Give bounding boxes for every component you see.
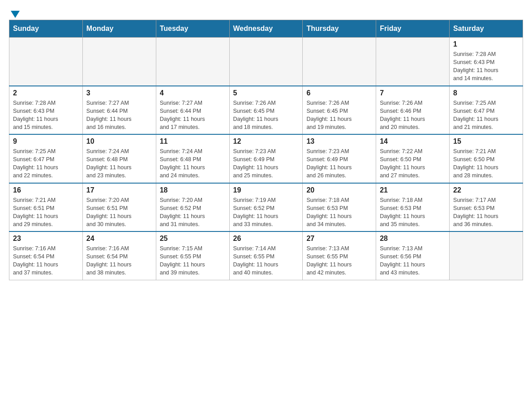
day-info: Sunrise: 7:26 AM Sunset: 6:46 PM Dayligh… (380, 99, 446, 132)
calendar-day-cell: 18Sunrise: 7:20 AM Sunset: 6:52 PM Dayli… (156, 183, 229, 232)
calendar-day-cell: 5Sunrise: 7:26 AM Sunset: 6:45 PM Daylig… (229, 86, 303, 135)
calendar-day-cell: 7Sunrise: 7:26 AM Sunset: 6:46 PM Daylig… (376, 86, 450, 135)
day-info: Sunrise: 7:24 AM Sunset: 6:48 PM Dayligh… (86, 147, 152, 180)
day-info: Sunrise: 7:23 AM Sunset: 6:49 PM Dayligh… (306, 147, 372, 180)
calendar-day-cell: 3Sunrise: 7:27 AM Sunset: 6:44 PM Daylig… (82, 86, 156, 135)
day-number: 7 (380, 89, 446, 97)
day-number: 26 (233, 235, 299, 243)
calendar-day-cell: 2Sunrise: 7:28 AM Sunset: 6:43 PM Daylig… (9, 86, 83, 135)
day-info: Sunrise: 7:17 AM Sunset: 6:53 PM Dayligh… (453, 196, 519, 229)
calendar-day-cell: 17Sunrise: 7:20 AM Sunset: 6:51 PM Dayli… (82, 183, 156, 232)
column-header-monday: Monday (82, 20, 156, 38)
calendar-day-cell (82, 38, 156, 86)
day-info: Sunrise: 7:23 AM Sunset: 6:49 PM Dayligh… (233, 147, 299, 180)
day-number: 3 (86, 89, 152, 97)
day-number: 5 (233, 89, 299, 97)
calendar-day-cell (156, 38, 229, 86)
day-number: 24 (86, 235, 152, 243)
day-info: Sunrise: 7:13 AM Sunset: 6:55 PM Dayligh… (306, 244, 372, 277)
day-info: Sunrise: 7:21 AM Sunset: 6:51 PM Dayligh… (13, 196, 79, 229)
column-header-friday: Friday (376, 20, 450, 38)
day-number: 23 (13, 235, 79, 243)
day-info: Sunrise: 7:15 AM Sunset: 6:55 PM Dayligh… (160, 244, 226, 277)
day-number: 13 (306, 137, 372, 146)
day-info: Sunrise: 7:18 AM Sunset: 6:53 PM Dayligh… (380, 196, 446, 229)
day-number: 9 (13, 137, 79, 146)
calendar-day-cell: 27Sunrise: 7:13 AM Sunset: 6:55 PM Dayli… (303, 231, 376, 280)
day-number: 21 (380, 186, 446, 194)
day-number: 18 (160, 186, 226, 194)
page-header (9, 9, 523, 15)
calendar-day-cell: 19Sunrise: 7:19 AM Sunset: 6:52 PM Dayli… (229, 183, 303, 232)
day-info: Sunrise: 7:20 AM Sunset: 6:52 PM Dayligh… (160, 196, 226, 229)
day-info: Sunrise: 7:26 AM Sunset: 6:45 PM Dayligh… (233, 99, 299, 132)
calendar-day-cell (303, 38, 376, 86)
calendar-week-row: 1Sunrise: 7:28 AM Sunset: 6:43 PM Daylig… (9, 38, 523, 86)
column-header-tuesday: Tuesday (156, 20, 229, 38)
calendar-day-cell: 20Sunrise: 7:18 AM Sunset: 6:53 PM Dayli… (303, 183, 376, 232)
day-info: Sunrise: 7:18 AM Sunset: 6:53 PM Dayligh… (306, 196, 372, 229)
column-header-wednesday: Wednesday (229, 20, 303, 38)
day-number: 25 (160, 235, 226, 243)
day-info: Sunrise: 7:26 AM Sunset: 6:45 PM Dayligh… (306, 99, 372, 132)
calendar-day-cell: 24Sunrise: 7:16 AM Sunset: 6:54 PM Dayli… (82, 231, 156, 280)
calendar-day-cell: 28Sunrise: 7:13 AM Sunset: 6:56 PM Dayli… (376, 231, 450, 280)
day-info: Sunrise: 7:28 AM Sunset: 6:43 PM Dayligh… (453, 50, 519, 83)
logo (9, 9, 20, 15)
day-number: 12 (233, 137, 299, 146)
calendar-day-cell: 13Sunrise: 7:23 AM Sunset: 6:49 PM Dayli… (303, 134, 376, 183)
day-info: Sunrise: 7:21 AM Sunset: 6:50 PM Dayligh… (453, 147, 519, 180)
calendar-day-cell (450, 231, 523, 280)
day-number: 10 (86, 137, 152, 146)
day-number: 11 (160, 137, 226, 146)
calendar-week-row: 16Sunrise: 7:21 AM Sunset: 6:51 PM Dayli… (9, 183, 523, 232)
calendar-day-cell: 1Sunrise: 7:28 AM Sunset: 6:43 PM Daylig… (450, 38, 523, 86)
column-header-thursday: Thursday (303, 20, 376, 38)
calendar-day-cell: 21Sunrise: 7:18 AM Sunset: 6:53 PM Dayli… (376, 183, 450, 232)
calendar-week-row: 2Sunrise: 7:28 AM Sunset: 6:43 PM Daylig… (9, 86, 523, 135)
logo-general-text (9, 9, 20, 18)
day-info: Sunrise: 7:24 AM Sunset: 6:48 PM Dayligh… (160, 147, 226, 180)
calendar-day-cell: 16Sunrise: 7:21 AM Sunset: 6:51 PM Dayli… (9, 183, 83, 232)
calendar-day-cell: 8Sunrise: 7:25 AM Sunset: 6:47 PM Daylig… (450, 86, 523, 135)
day-info: Sunrise: 7:28 AM Sunset: 6:43 PM Dayligh… (13, 99, 79, 132)
calendar-week-row: 9Sunrise: 7:25 AM Sunset: 6:47 PM Daylig… (9, 134, 523, 183)
calendar-table: SundayMondayTuesdayWednesdayThursdayFrid… (9, 20, 523, 280)
calendar-day-cell: 22Sunrise: 7:17 AM Sunset: 6:53 PM Dayli… (450, 183, 523, 232)
column-header-sunday: Sunday (9, 20, 83, 38)
calendar-day-cell: 26Sunrise: 7:14 AM Sunset: 6:55 PM Dayli… (229, 231, 303, 280)
day-number: 8 (453, 89, 519, 97)
calendar-day-cell (376, 38, 450, 86)
day-info: Sunrise: 7:16 AM Sunset: 6:54 PM Dayligh… (86, 244, 152, 277)
calendar-day-cell: 4Sunrise: 7:27 AM Sunset: 6:44 PM Daylig… (156, 86, 229, 135)
calendar-day-cell: 12Sunrise: 7:23 AM Sunset: 6:49 PM Dayli… (229, 134, 303, 183)
day-info: Sunrise: 7:19 AM Sunset: 6:52 PM Dayligh… (233, 196, 299, 229)
day-info: Sunrise: 7:27 AM Sunset: 6:44 PM Dayligh… (160, 99, 226, 132)
day-info: Sunrise: 7:20 AM Sunset: 6:51 PM Dayligh… (86, 196, 152, 229)
day-info: Sunrise: 7:27 AM Sunset: 6:44 PM Dayligh… (86, 99, 152, 132)
day-info: Sunrise: 7:14 AM Sunset: 6:55 PM Dayligh… (233, 244, 299, 277)
day-number: 16 (13, 186, 79, 194)
day-number: 20 (306, 186, 372, 194)
calendar-day-cell (229, 38, 303, 86)
day-number: 28 (380, 235, 446, 243)
logo-arrow-icon (11, 11, 20, 18)
day-number: 2 (13, 89, 79, 97)
day-info: Sunrise: 7:22 AM Sunset: 6:50 PM Dayligh… (380, 147, 446, 180)
day-info: Sunrise: 7:25 AM Sunset: 6:47 PM Dayligh… (453, 99, 519, 132)
day-number: 17 (86, 186, 152, 194)
day-info: Sunrise: 7:25 AM Sunset: 6:47 PM Dayligh… (13, 147, 79, 180)
calendar-day-cell (9, 38, 83, 86)
calendar-day-cell: 11Sunrise: 7:24 AM Sunset: 6:48 PM Dayli… (156, 134, 229, 183)
column-header-saturday: Saturday (450, 20, 523, 38)
day-number: 22 (453, 186, 519, 194)
day-number: 1 (453, 40, 519, 48)
calendar-day-cell: 9Sunrise: 7:25 AM Sunset: 6:47 PM Daylig… (9, 134, 83, 183)
day-number: 4 (160, 89, 226, 97)
day-number: 27 (306, 235, 372, 243)
calendar-day-cell: 23Sunrise: 7:16 AM Sunset: 6:54 PM Dayli… (9, 231, 83, 280)
day-number: 19 (233, 186, 299, 194)
calendar-day-cell: 6Sunrise: 7:26 AM Sunset: 6:45 PM Daylig… (303, 86, 376, 135)
calendar-day-cell: 15Sunrise: 7:21 AM Sunset: 6:50 PM Dayli… (450, 134, 523, 183)
calendar-header-row: SundayMondayTuesdayWednesdayThursdayFrid… (9, 20, 523, 38)
